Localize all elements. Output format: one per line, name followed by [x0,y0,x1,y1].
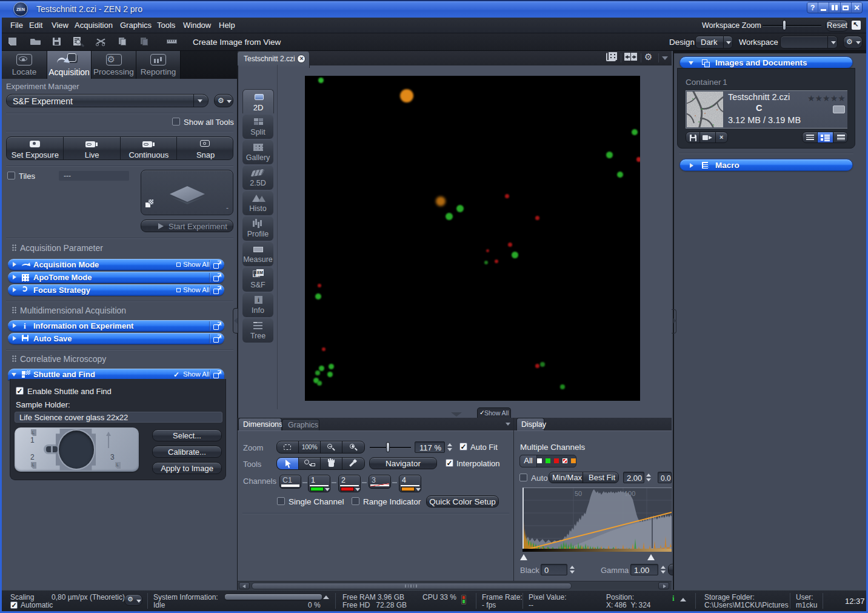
svg-text:50: 50 [575,490,582,497]
svg-text:100: 100 [624,490,635,497]
